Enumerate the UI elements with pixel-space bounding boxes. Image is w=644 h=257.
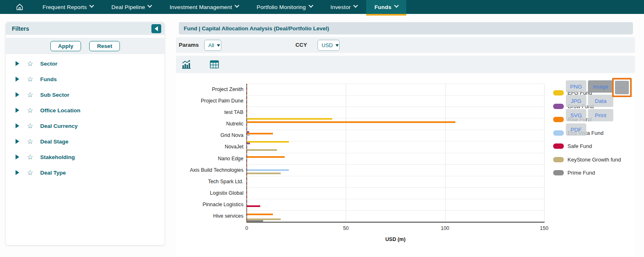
table-grid-icon[interactable]: [209, 59, 219, 69]
filters-header: Filters: [6, 22, 164, 35]
app-root: Frequent Reports Deal Pipeline Investmen…: [0, 0, 644, 257]
export-pdf-button[interactable]: PDF: [566, 123, 586, 136]
home-button[interactable]: [0, 0, 34, 14]
export-data-button[interactable]: Data: [588, 95, 613, 107]
nav-label: Deal Pipeline: [111, 4, 145, 10]
highlight-box: ···: [612, 78, 632, 97]
export-png-button[interactable]: PNG: [566, 80, 586, 93]
ccy-dropdown[interactable]: USD: [317, 40, 340, 51]
bar-rise-fund[interactable]: [247, 121, 455, 123]
more-options-button[interactable]: ···: [615, 81, 629, 94]
star-icon[interactable]: ☆: [27, 60, 33, 67]
view-toggle-bar: [176, 56, 635, 73]
legend-item[interactable]: KeyStone Growth fund: [553, 157, 621, 163]
star-icon[interactable]: ☆: [27, 91, 33, 98]
h-gridline: [247, 141, 544, 141]
filter-label: Office Location: [40, 107, 80, 114]
collapse-filters-button[interactable]: [151, 24, 161, 33]
params-dropdown[interactable]: All: [204, 40, 221, 51]
star-icon[interactable]: ☆: [27, 154, 33, 161]
expand-triangle-icon[interactable]: [16, 61, 19, 66]
export-print-button[interactable]: Print: [588, 109, 613, 121]
expand-triangle-icon[interactable]: [16, 108, 19, 113]
expand-triangle-icon[interactable]: [16, 155, 19, 159]
params-bar: Params All CCY USD: [176, 37, 635, 53]
legend-swatch: [553, 104, 564, 109]
chevron-down-icon: [148, 3, 152, 7]
bar-eco-vista-fund[interactable]: [247, 134, 250, 136]
legend-swatch: [553, 157, 564, 162]
bar-keystone-growth-fund[interactable]: [247, 173, 281, 174]
x-tick-label: 100: [437, 225, 453, 231]
legend-swatch: [553, 143, 564, 149]
v-gridline: [445, 84, 446, 222]
bar-grow-fund[interactable]: [247, 143, 250, 144]
legend-item[interactable]: Safe Fund: [553, 143, 592, 149]
legend-item[interactable]: Prime Fund: [553, 170, 595, 176]
export-image-button[interactable]: Image: [588, 80, 613, 93]
star-icon[interactable]: ☆: [27, 76, 33, 83]
bar-safe-fund[interactable]: [247, 205, 260, 207]
filter-label: Deal Stage: [40, 139, 68, 145]
nav-item-investment-management[interactable]: Investment Management: [160, 0, 248, 14]
nav-label: Funds: [374, 4, 392, 10]
nav-item-deal-pipeline[interactable]: Deal Pipeline: [102, 0, 160, 14]
nav-item-investor[interactable]: Investor: [322, 0, 367, 14]
plot-area: [247, 84, 544, 222]
chevron-down-icon: [353, 3, 358, 7]
chevron-down-icon: [394, 3, 399, 7]
bar-efg-fund[interactable]: [247, 141, 289, 143]
star-icon[interactable]: ☆: [27, 107, 33, 114]
bar-rise-fund[interactable]: [247, 214, 273, 215]
export-svg-button[interactable]: SVG: [566, 109, 586, 121]
filters-title: Filters: [12, 25, 29, 32]
h-gridline: [247, 84, 544, 84]
expand-triangle-icon[interactable]: [16, 77, 19, 82]
chevron-down-icon: [308, 3, 313, 7]
filter-row-sector[interactable]: ☆ Sector: [6, 56, 164, 71]
bar-prime-fund[interactable]: [247, 220, 263, 222]
star-icon[interactable]: ☆: [27, 169, 33, 176]
bar-rise-fund[interactable]: [247, 133, 273, 134]
nav-item-funds-active[interactable]: Funds: [366, 0, 406, 14]
category-label: Logistix Global: [162, 187, 243, 199]
home-icon: [16, 3, 24, 11]
params-value: All: [208, 42, 214, 48]
apply-button[interactable]: Apply: [50, 41, 81, 51]
legend-label: Safe Fund: [567, 143, 592, 149]
h-gridline: [247, 95, 544, 96]
expand-triangle-icon[interactable]: [16, 170, 19, 175]
star-icon[interactable]: ☆: [27, 123, 33, 130]
star-icon[interactable]: ☆: [27, 138, 33, 145]
filter-row-sub-sector[interactable]: ☆ Sub Sector: [6, 87, 164, 102]
filter-row-office-location[interactable]: ☆ Office Location: [6, 102, 164, 118]
v-gridline: [346, 84, 346, 222]
expand-triangle-icon[interactable]: [16, 123, 19, 128]
filter-row-funds[interactable]: ☆ Funds: [6, 71, 164, 87]
filter-row-stakeholding[interactable]: ☆ Stakeholding: [6, 149, 164, 165]
bar-rise-fund[interactable]: [247, 156, 285, 158]
category-label: Grid Nova: [162, 130, 243, 141]
export-jpg-button[interactable]: JPG: [566, 95, 586, 107]
ccy-label: CCY: [295, 42, 307, 48]
bar-chart-icon[interactable]: [182, 59, 191, 69]
nav-item-portfolio-monitoring[interactable]: Portfolio Monitoring: [248, 0, 321, 14]
expand-triangle-icon[interactable]: [16, 92, 19, 97]
filter-label: Deal Currency: [40, 123, 78, 129]
params-label: Params: [179, 42, 199, 48]
category-label: Hive services: [162, 210, 243, 222]
bar-keystone-growth-fund[interactable]: [247, 149, 277, 151]
nav-item-frequent-reports[interactable]: Frequent Reports: [34, 0, 102, 14]
bar-efg-fund[interactable]: [247, 118, 332, 120]
expand-triangle-icon[interactable]: [16, 139, 19, 144]
filter-row-deal-currency[interactable]: ☆ Deal Currency: [6, 118, 164, 134]
filter-row-deal-stage[interactable]: ☆ Deal Stage: [6, 134, 164, 149]
filter-row-deal-type[interactable]: ☆ Deal Type: [6, 165, 164, 180]
x-tick-label: 50: [338, 225, 354, 231]
legend-label: KeyStone Growth fund: [567, 157, 621, 163]
bar-eco-vista-fund[interactable]: [247, 169, 289, 171]
reset-button[interactable]: Reset: [89, 41, 120, 51]
filter-label: Funds: [40, 76, 57, 82]
filter-label: Stakeholding: [40, 154, 75, 160]
legend-swatch: [553, 130, 564, 136]
